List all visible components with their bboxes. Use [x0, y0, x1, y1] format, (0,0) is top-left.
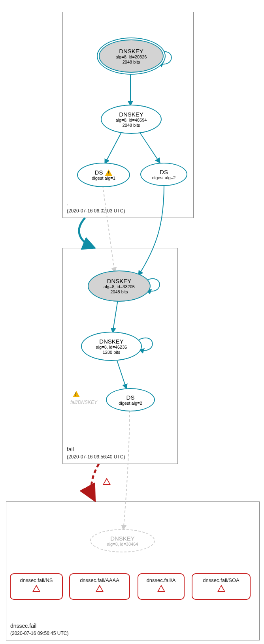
- fail-dnskey-warning: fail/DNSKEY: [70, 391, 97, 405]
- node-sub: digest alg=1: [92, 176, 115, 181]
- node-fail-ksk[interactable]: DNSKEY alg=8, id=33205 2048 bits: [88, 270, 151, 302]
- zone-dnssec-fail-label: dnssec.fail: [10, 623, 36, 629]
- zone-dnssec-fail-timestamp: (2020-07-16 09:56:45 UTC): [10, 631, 68, 636]
- node-sub: digest alg=2: [119, 401, 142, 406]
- node-sub: alg=8, id=46236: [96, 345, 127, 350]
- node-root-ds1[interactable]: DS digest alg=1: [77, 163, 130, 187]
- node-title: DNSKEY: [107, 278, 132, 284]
- node-sub: 2048 bits: [123, 60, 140, 65]
- zone-fail-timestamp: (2020-07-16 09:56:40 UTC): [67, 454, 125, 460]
- zone-root-timestamp: (2020-07-16 06:02:03 UTC): [67, 208, 125, 214]
- node-root-zsk[interactable]: DNSKEY alg=8, id=46594 2048 bits: [101, 105, 162, 134]
- error-icon: [96, 585, 104, 592]
- node-title: DNSKEY: [119, 48, 143, 54]
- node-sub: alg=8, id=38464: [107, 542, 138, 547]
- node-title: DS: [160, 169, 168, 175]
- rrset-aaaa[interactable]: dnssec.fail/AAAA: [69, 573, 130, 600]
- node-root-ds2[interactable]: DS digest alg=2: [140, 163, 187, 186]
- zone-root-label: .: [67, 200, 68, 207]
- rrset-ns[interactable]: dnssec.fail/NS: [10, 573, 63, 600]
- rrset-soa[interactable]: dnssec.fail/SOA: [192, 573, 251, 600]
- node-fail-zsk[interactable]: DNSKEY alg=8, id=46236 1280 bits: [81, 332, 142, 361]
- node-title: DS: [126, 394, 135, 401]
- warning-icon: [73, 391, 80, 397]
- node-title: DNSKEY: [119, 111, 143, 118]
- node-title: DS: [95, 169, 103, 176]
- rrset-a[interactable]: dnssec.fail/A: [138, 573, 185, 600]
- fail-dnskey-warning-label: fail/DNSKEY: [70, 400, 97, 405]
- node-fail-ds[interactable]: DS digest alg=2: [106, 388, 155, 411]
- node-sub: alg=8, id=20326: [116, 54, 147, 60]
- zone-fail-label: fail: [67, 446, 74, 452]
- node-title: DNSKEY: [110, 535, 135, 542]
- error-icon: [217, 585, 225, 592]
- error-icon: [157, 585, 165, 592]
- node-sub: 1280 bits: [103, 350, 121, 355]
- error-icon: [32, 585, 40, 592]
- warning-icon: [105, 169, 112, 176]
- node-sub: 2048 bits: [123, 123, 140, 128]
- node-title: DNSKEY: [99, 338, 124, 345]
- node-sub: digest alg=2: [152, 175, 176, 180]
- node-sub: alg=8, id=46594: [116, 118, 147, 123]
- rrset-label: dnssec.fail/AAAA: [70, 577, 129, 583]
- node-sub: alg=8, id=33205: [104, 284, 135, 289]
- rrset-label: dnssec.fail/SOA: [192, 577, 250, 583]
- node-ghost-dnskey[interactable]: DNSKEY alg=8, id=38464: [90, 529, 155, 552]
- node-root-ksk[interactable]: DNSKEY alg=8, id=20326 2048 bits: [99, 39, 164, 73]
- zone-dnssec-fail: dnssec.fail (2020-07-16 09:56:45 UTC): [6, 501, 260, 640]
- node-sub: 2048 bits: [110, 289, 128, 295]
- rrset-label: dnssec.fail/A: [138, 577, 184, 583]
- delegation-error-icon: [103, 478, 111, 486]
- rrset-label: dnssec.fail/NS: [11, 577, 62, 583]
